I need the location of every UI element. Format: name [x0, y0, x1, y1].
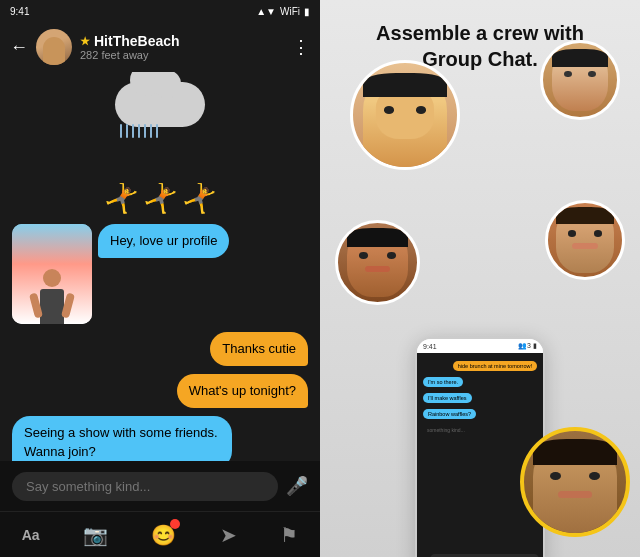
input-bar: 🎤 [0, 461, 320, 511]
shared-photo[interactable] [12, 224, 92, 324]
avatar[interactable] [36, 29, 72, 65]
figure-1-icon: 🤸 [104, 184, 139, 212]
back-button[interactable]: ← [10, 37, 28, 58]
bottom-toolbar: Aa 📷 😊 ➤ ⚑ [0, 511, 320, 557]
rain-sticker: 🤸 🤸 🤸 [95, 82, 225, 212]
phone-users-icon: 👥3 [518, 342, 531, 350]
phone-message-4: Rainbow waffles? [423, 409, 476, 419]
phone-message-1: hide brunch at mine tomorrow! [453, 361, 537, 371]
emoji-button[interactable]: 😊 [151, 523, 176, 547]
flag-button[interactable]: ⚑ [280, 523, 298, 547]
message-seeing-show: Seeing a show with some friends. Wanna j… [12, 416, 232, 461]
phone-message-2: I'm so there. [423, 377, 463, 387]
battery-icon: ▮ [304, 6, 310, 17]
phone-input-bar: Aa [417, 551, 543, 557]
star-icon: ★ [80, 35, 90, 48]
header-info: ★ HitTheBeach 282 feet away [80, 33, 284, 61]
signal-icon: ▲▼ [256, 6, 276, 17]
message-input[interactable] [12, 472, 278, 501]
message-received-with-image: Hey, love ur profile [12, 224, 308, 324]
phone-mockup: 9:41 👥3 ▮ hide brunch at mine tomorrow! … [415, 337, 545, 557]
username[interactable]: ★ HitTheBeach [80, 33, 284, 49]
user-distance: 282 feet away [80, 49, 284, 61]
message-whats-up: What's up tonight? [177, 374, 308, 408]
phone-status-icons: 👥3 ▮ [518, 342, 537, 350]
figure-3-icon: 🤸 [182, 184, 217, 212]
emoji-badge [170, 519, 180, 529]
figure-2-icon: 🤸 [143, 184, 178, 212]
microphone-icon[interactable]: 🎤 [286, 475, 308, 497]
avatar-man-hat [540, 40, 620, 120]
sticker-message: 🤸 🤸 🤸 [12, 82, 308, 212]
camera-button[interactable]: 📷 [83, 523, 108, 547]
avatar-man-yellow-border [520, 427, 630, 537]
chat-messages: 🤸 🤸 🤸 [0, 72, 320, 461]
status-icons: ▲▼ WiFi ▮ [256, 6, 310, 17]
avatar-south-asian-man [335, 220, 420, 305]
avatar-asian-man [350, 60, 460, 170]
phone-message-3: I'll make waffles [423, 393, 472, 403]
phone-signal: ▮ [533, 342, 537, 350]
avatar-young-man [545, 200, 625, 280]
chat-header: ← ★ HitTheBeach 282 feet away ⋮ [0, 22, 320, 72]
chat-panel: 9:41 ▲▼ WiFi ▮ ← ★ HitTheBeach 282 feet … [0, 0, 320, 557]
status-time: 9:41 [10, 6, 29, 17]
phone-time: 9:41 [423, 343, 437, 350]
more-options-icon[interactable]: ⋮ [292, 36, 310, 58]
message-hey-love-profile: Hey, love ur profile [98, 224, 229, 258]
phone-screen: hide brunch at mine tomorrow! I'm so the… [417, 353, 543, 551]
phone-typing-indicator: something kind... [423, 425, 537, 435]
text-format-button[interactable]: Aa [22, 527, 40, 543]
send-button[interactable]: ➤ [220, 523, 237, 547]
phone-status-bar: 9:41 👥3 ▮ [417, 339, 543, 353]
wifi-icon: WiFi [280, 6, 300, 17]
status-bar: 9:41 ▲▼ WiFi ▮ [0, 0, 320, 22]
promo-panel: Assemble a crew withGroup Chat. [320, 0, 640, 557]
phone-chat-area: hide brunch at mine tomorrow! I'm so the… [421, 357, 539, 439]
message-thanks-cutie: Thanks cutie [210, 332, 308, 366]
